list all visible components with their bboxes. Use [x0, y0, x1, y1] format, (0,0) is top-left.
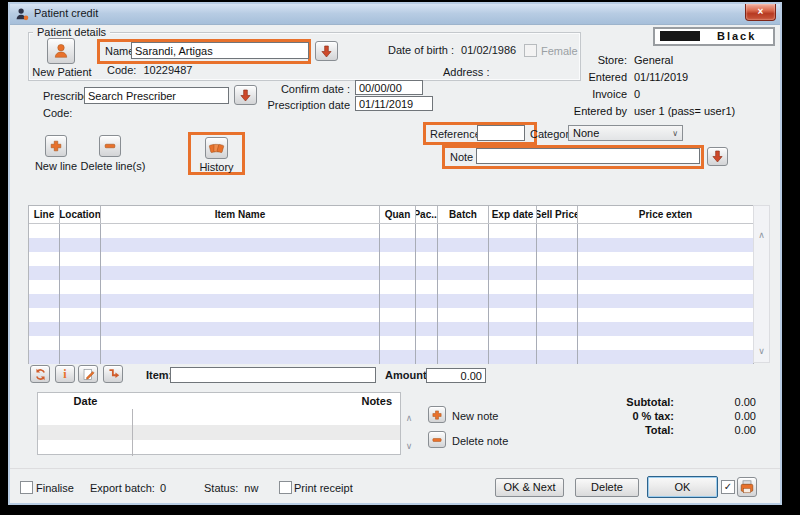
- notes-scroll-up-icon[interactable]: ∧: [403, 413, 415, 423]
- new-patient-label: New Patient: [24, 66, 100, 78]
- name-input[interactable]: [131, 42, 309, 59]
- print-button[interactable]: [737, 477, 757, 497]
- delete-lines-button[interactable]: [99, 135, 121, 157]
- status-row: Status: nw: [204, 482, 258, 494]
- col-header-price-exten[interactable]: Price exten: [578, 206, 753, 223]
- minus-icon: [431, 434, 443, 446]
- total-label: Total:: [510, 424, 674, 436]
- tax-label: 0 % tax:: [510, 410, 674, 422]
- name-lookup-button[interactable]: [315, 41, 338, 61]
- item-row[interactable]: [29, 238, 753, 252]
- info-button[interactable]: i: [55, 365, 75, 383]
- note-label: Note: [450, 151, 473, 163]
- ok-button[interactable]: OK: [647, 476, 718, 498]
- print-receipt-checkbox[interactable]: [279, 481, 292, 494]
- col-header-pack[interactable]: Pac...: [416, 206, 438, 223]
- info-icon: i: [63, 367, 66, 382]
- note-input[interactable]: [476, 148, 700, 164]
- items-table-body: [29, 224, 753, 364]
- patient-credit-icon: [15, 7, 29, 21]
- entered-by-value: user 1 (pass= user1): [634, 105, 735, 122]
- person-icon: [52, 42, 70, 60]
- print-on-ok-checkbox[interactable]: ✓: [721, 480, 735, 494]
- total-row: Total: 0.00: [510, 424, 756, 436]
- invoice-row: Invoice 0: [515, 88, 777, 105]
- scroll-up-icon[interactable]: ∧: [754, 230, 769, 240]
- item-row[interactable]: [29, 322, 753, 336]
- item-row[interactable]: [29, 252, 753, 266]
- print-receipt-label: Print receipt: [294, 482, 353, 494]
- patient-details-group-label: Patient details: [33, 26, 110, 38]
- transfer-button[interactable]: [103, 365, 123, 383]
- finalise-checkbox[interactable]: [20, 481, 33, 494]
- export-batch-label: Export batch:: [90, 482, 155, 494]
- item-row[interactable]: [29, 294, 753, 308]
- notes-date-header: Date: [38, 395, 133, 407]
- edit-note-button[interactable]: [78, 365, 98, 383]
- new-patient-button[interactable]: [47, 38, 75, 64]
- footer-separator: [10, 468, 780, 469]
- prescription-date-input[interactable]: [355, 96, 433, 111]
- patient-credit-window: Patient credit × Patient details New Pat…: [8, 2, 782, 505]
- dob-value: 01/02/1986: [461, 44, 516, 56]
- item-row[interactable]: [29, 336, 753, 350]
- prescription-date-label: Prescription date: [230, 99, 350, 111]
- amount-input[interactable]: [426, 368, 486, 383]
- titlebar[interactable]: Patient credit ×: [10, 4, 780, 25]
- ok-next-button[interactable]: OK & Next: [495, 478, 564, 497]
- invoice-value: 0: [634, 88, 640, 105]
- edit-icon: [82, 368, 95, 381]
- items-table-scrollbar[interactable]: ∧ ∨: [753, 205, 770, 363]
- col-header-location[interactable]: Location: [60, 206, 101, 223]
- colour-dropdown[interactable]: Black: [653, 27, 775, 46]
- subtotal-value: 0.00: [674, 396, 756, 408]
- patient-code-value: 10229487: [143, 64, 192, 76]
- note-row[interactable]: [38, 409, 400, 425]
- item-row[interactable]: [29, 350, 753, 364]
- history-button[interactable]: [205, 137, 228, 159]
- note-expand-button[interactable]: [707, 147, 728, 166]
- col-header-line[interactable]: Line: [29, 206, 60, 223]
- new-note-button[interactable]: [428, 406, 446, 423]
- col-header-quan[interactable]: Quan: [380, 206, 416, 223]
- notes-scroll-down-icon[interactable]: ∨: [403, 441, 415, 451]
- category-dropdown[interactable]: None ∨: [568, 125, 683, 141]
- confirm-date-input[interactable]: [355, 80, 423, 95]
- prescriber-input[interactable]: [84, 87, 229, 104]
- refresh-button[interactable]: [30, 365, 50, 383]
- close-button[interactable]: ×: [745, 4, 776, 21]
- notes-table-body: [38, 409, 400, 456]
- note-row[interactable]: [38, 425, 400, 441]
- new-note-label: New note: [452, 410, 498, 422]
- item-input[interactable]: [170, 367, 376, 383]
- col-header-item-name[interactable]: Item Name: [101, 206, 380, 223]
- dob-label: Date of birth :: [388, 44, 454, 56]
- minus-icon: [103, 139, 117, 153]
- item-row[interactable]: [29, 224, 753, 238]
- col-header-batch[interactable]: Batch: [438, 206, 489, 223]
- patient-code-row: Code: 10229487: [107, 64, 192, 76]
- item-row[interactable]: [29, 266, 753, 280]
- note-row[interactable]: [38, 440, 400, 456]
- col-header-exp-date[interactable]: Exp date: [489, 206, 537, 223]
- prescriber-code-label: Code:: [43, 107, 72, 119]
- scroll-down-icon[interactable]: ∨: [754, 346, 769, 356]
- amount-label: Amount:: [385, 369, 430, 381]
- patient-code-label: Code:: [107, 64, 136, 76]
- items-table: Line Location Item Name Quan Pac... Batc…: [28, 205, 754, 364]
- item-row[interactable]: [29, 280, 753, 294]
- invoice-label: Invoice: [515, 88, 627, 105]
- finalise-label: Finalise: [36, 482, 74, 494]
- printer-icon: [739, 479, 755, 495]
- confirm-date-label: Confirm date :: [240, 83, 350, 95]
- item-label: Item:: [146, 369, 172, 381]
- reference-input[interactable]: [477, 125, 525, 141]
- entered-value: 01/11/2019: [634, 71, 688, 88]
- items-table-header[interactable]: Line Location Item Name Quan Pac... Batc…: [29, 206, 753, 224]
- delete-button[interactable]: Delete: [575, 478, 639, 497]
- col-header-sell-price[interactable]: Sell Price: [537, 206, 578, 223]
- delete-note-button[interactable]: [428, 431, 446, 448]
- new-line-button[interactable]: [45, 135, 67, 157]
- item-row[interactable]: [29, 308, 753, 322]
- status-value: nw: [244, 482, 258, 494]
